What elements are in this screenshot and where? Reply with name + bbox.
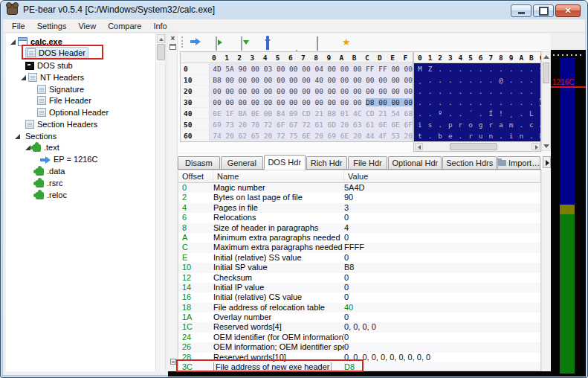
table-header[interactable]: Offset Name Value: [178, 170, 540, 183]
menu-file[interactable]: File: [6, 20, 31, 32]
export-entry-icon[interactable]: [241, 37, 253, 48]
hex-row[interactable]: 40 0E 1F BA 0E 00 B4 09 CD 21 B8 01 4C C…: [181, 108, 413, 119]
table-row[interactable]: 8 Size of header in paragraphs 4: [178, 223, 540, 233]
hex-row[interactable]: 0 4D 5A 90 00 03 00 00 00 04 00 00 00 FF…: [181, 63, 413, 74]
tab-disasm[interactable]: Disasm: [178, 156, 220, 169]
tree-item-calc-exe[interactable]: calc.exe: [10, 36, 62, 48]
dock-float-icon[interactable]: [169, 44, 176, 50]
scroll-up-icon[interactable]: [543, 53, 549, 61]
table-row[interactable]: 12 Checksum 0: [178, 273, 540, 283]
tab-rich-hdr[interactable]: Rich Hdr: [306, 156, 347, 169]
table-row[interactable]: 1C Reserved words[4] 0, 0, 0, 0: [178, 322, 540, 332]
table-row[interactable]: 26 OEM information; OEM identifier speci…: [178, 342, 540, 352]
favorite-star-icon[interactable]: [342, 37, 354, 48]
hex-row[interactable]: 50 69 73 20 70 72 6F 67 72 61 6D 20 63 6…: [181, 119, 413, 130]
selected-name-box[interactable]: File address of new exe header: [213, 362, 332, 371]
tree-item-rsrc-section[interactable]: .rsrc: [36, 177, 62, 189]
layout-segment-data[interactable]: [560, 205, 575, 214]
tree-scrollbar[interactable]: [155, 33, 165, 371]
menu-compare[interactable]: Compare: [102, 20, 147, 32]
table-row-new-exe-header[interactable]: 3C File address of new exe header D8: [178, 362, 540, 371]
hex-row[interactable]: 60 74 20 62 65 20 72 75 6E 20 69 6E 20 4…: [181, 130, 413, 141]
edit-pencil-icon[interactable]: [291, 37, 303, 48]
close-button[interactable]: [555, 4, 581, 17]
table-row[interactable]: 14 Initial IP value 0: [178, 283, 540, 292]
table-scrollbar-track[interactable]: [541, 170, 551, 371]
table-row[interactable]: A Minimum extra paragraphs needed 0: [178, 233, 540, 243]
table-row[interactable]: 10 Initial SP value B8: [178, 263, 540, 272]
tree-item-file-header[interactable]: File Header: [37, 94, 91, 106]
table-row[interactable]: 4 Pages in file 3: [178, 203, 540, 213]
dock-handle-icon[interactable]: [170, 359, 176, 365]
tab-section-hdrs[interactable]: Section Hdrs: [442, 156, 497, 169]
goto-arrow-icon[interactable]: [190, 37, 202, 48]
hex-row[interactable]: 10 B8 00 00 00 00 00 00 00 40 00 00 00 0…: [181, 74, 413, 86]
tab-general[interactable]: General: [221, 156, 263, 169]
tree-item-data-section[interactable]: .data: [36, 165, 65, 177]
column-name[interactable]: Name: [213, 170, 344, 182]
table-row[interactable]: 18 File address of relocation table 40: [178, 303, 540, 313]
table-row[interactable]: 1A Overlay number 0: [178, 313, 540, 322]
menu-view[interactable]: View: [72, 20, 102, 32]
tree-item-signature[interactable]: Signature: [37, 83, 84, 95]
layout-segment-rsrc[interactable]: [560, 214, 575, 374]
tree-item-dos-stub[interactable]: DOS stub: [25, 60, 73, 71]
menu-info[interactable]: Info: [147, 20, 172, 32]
tree-item-entry-point[interactable]: EP = 1216C: [40, 153, 97, 165]
tree-item-label: EP = 1216C: [54, 155, 97, 164]
tab-scroll-right-icon[interactable]: [543, 156, 551, 168]
scrollbar-thumb[interactable]: [157, 44, 165, 60]
hex-row[interactable]: 20 00 00 00 00 00 00 00 00 00 00 00 00 0…: [181, 86, 413, 97]
horizontal-scrollbar[interactable]: [414, 141, 540, 151]
table-row[interactable]: 2 Bytes on last page of file 90: [178, 193, 540, 202]
toolbar-drag-handle[interactable]: [181, 36, 183, 48]
expander-icon[interactable]: [21, 75, 26, 80]
scroll-left-icon[interactable]: [415, 143, 423, 150]
scroll-down-icon[interactable]: [543, 141, 549, 150]
dock-close-icon[interactable]: [169, 34, 177, 42]
tab-optional-hdr[interactable]: Optional Hdr: [388, 156, 442, 169]
tree-item-label: Sections: [25, 132, 56, 141]
expander-icon[interactable]: [10, 39, 16, 45]
ascii-preview-panel[interactable]: 0 1 2 3 4 5 6 7 8 9 A B C M Z . . . . . …: [413, 51, 541, 152]
hex-bytes: 00 00 00 00 00 00 00 00 00 00 00 00 D8 0…: [210, 97, 413, 108]
tree-item-dos-header[interactable]: DOS Header: [25, 47, 88, 59]
console-icon: [25, 62, 34, 70]
column-offset[interactable]: Offset: [178, 170, 213, 182]
table-row[interactable]: 6 Relocations 0: [178, 213, 540, 222]
hex-row[interactable]: 30 00 00 00 00 00 00 00 00 00 00 00 00 D…: [181, 97, 413, 108]
table-row[interactable]: 0 Magic number 5A4D: [178, 183, 540, 193]
expander-icon[interactable]: [15, 134, 20, 139]
scroll-right-icon[interactable]: [532, 143, 540, 150]
import-entry-icon[interactable]: [216, 37, 227, 48]
tree-item-optional-header[interactable]: Optional Header: [37, 106, 109, 118]
undo-icon[interactable]: [266, 37, 278, 48]
title-bar[interactable]: PE-bear v0.5.4 [C:/Windows/System32/calc…: [1, 1, 587, 19]
tree-item-section-headers[interactable]: Section Headers: [25, 118, 97, 130]
expander-icon[interactable]: [25, 145, 30, 150]
tab-dos-hdr[interactable]: DOS Hdr: [264, 155, 306, 170]
tree-item-sections[interactable]: Sections: [15, 130, 56, 142]
tree-item-text-section[interactable]: .text: [25, 141, 59, 153]
tree-item-reloc-section[interactable]: .reloc: [36, 189, 67, 201]
vertical-scrollbar[interactable]: [541, 51, 551, 151]
tree-item-nt-headers[interactable]: NT Headers: [21, 71, 84, 83]
scrollbar-thumb[interactable]: [450, 143, 497, 150]
table-row[interactable]: 16 Initial (relative) CS value 0: [178, 292, 540, 302]
table-row[interactable]: 28 Reserved words[10] 0, 0, 0, 0, 0, 0, …: [178, 353, 540, 362]
scrollbar-thumb[interactable]: [543, 63, 549, 83]
minimize-button[interactable]: [511, 4, 532, 17]
scroll-up-icon[interactable]: [157, 34, 165, 43]
hex-dump-table[interactable]: 0 1 2 3 4 5 6 7 8 9 A B C D E F 0 4D 5A …: [180, 51, 413, 142]
copy-icon[interactable]: [317, 37, 329, 48]
pe-layout-bar[interactable]: 1216C: [551, 50, 586, 377]
table-row[interactable]: E Initial (relative) SS value 0: [178, 253, 540, 263]
column-value[interactable]: Value: [344, 170, 540, 182]
tab-imports[interactable]: Import…: [497, 156, 540, 169]
maximize-button[interactable]: [533, 4, 554, 17]
menu-settings[interactable]: Settings: [31, 20, 73, 32]
tab-file-hdr[interactable]: File Hdr: [348, 156, 388, 169]
hex-offset: 60: [181, 130, 210, 141]
table-row[interactable]: C Maximum extra paragraphs needed FFFF: [178, 243, 540, 252]
table-row[interactable]: 24 OEM identifier (for OEM information) …: [178, 333, 540, 342]
